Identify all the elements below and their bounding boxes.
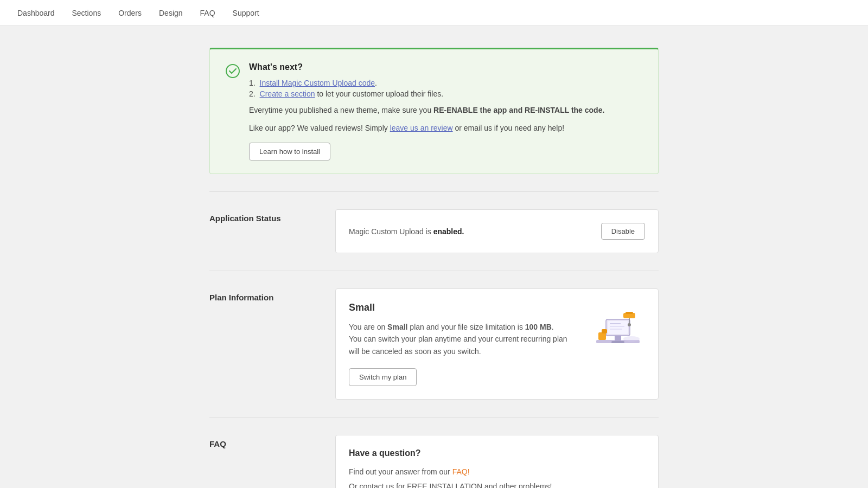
step-2-suffix: to let your customer upload their files. [315,89,444,98]
plan-illustration [591,302,645,351]
nav-support[interactable]: Support [233,9,259,17]
review-text: Like our app? We valued reviews! Simply … [249,123,604,134]
review-link[interactable]: leave us an review [390,124,453,132]
learn-how-button[interactable]: Learn how to install [249,143,330,160]
important-text: Everytime you published a new theme, mak… [249,105,604,116]
plan-name: Small [349,302,577,313]
plan-information-label: Plan Information [209,288,318,302]
page-container: What's next? 1. Install Magic Custom Upl… [201,48,667,488]
status-text: Magic Custom Upload is enabled. [349,227,464,236]
nav-faq[interactable]: FAQ [200,9,215,17]
step-2: 2. Create a section to let your customer… [249,89,604,98]
whats-next-title: What's next? [249,62,604,72]
step-1-number: 1. [249,79,256,87]
svg-rect-14 [602,329,607,333]
plan-description: You are on Small plan and your file size… [349,321,577,357]
svg-point-12 [628,323,631,326]
install-code-link[interactable]: Install Magic Custom Upload code [260,79,375,87]
status-value: enabled. [433,227,464,236]
plan-information-card: Small You are on Small plan and your fil… [335,288,659,400]
whats-next-steps: 1. Install Magic Custom Upload code. 2. … [249,79,604,98]
plan-content: Small You are on Small plan and your fil… [349,302,577,386]
disable-button[interactable]: Disable [601,223,645,240]
plan-card-inner: Small You are on Small plan and your fil… [349,302,645,386]
svg-rect-13 [598,332,606,340]
faq-row: FAQ Have a question? Find out your answe… [209,417,659,488]
whats-next-card: What's next? 1. Install Magic Custom Upl… [209,48,659,174]
step-2-number: 2. [249,89,256,98]
step-1: 1. Install Magic Custom Upload code. [249,79,604,87]
application-status-row: Application Status Magic Custom Upload i… [209,191,659,271]
faq-line1: Find out your answer from our FAQ! [349,466,645,478]
svg-rect-3 [611,341,624,343]
check-circle-icon [225,63,240,160]
application-status-label: Application Status [209,209,318,223]
svg-point-0 [226,65,239,78]
nav-design[interactable]: Design [159,9,183,17]
svg-rect-10 [626,312,633,314]
svg-rect-5 [608,321,628,334]
svg-point-15 [623,336,640,342]
create-section-link[interactable]: Create a section [260,89,315,98]
plan-information-row: Plan Information Small You are on Small … [209,271,659,417]
faq-line2: Or contact us for FREE INSTALLATION and … [349,480,645,488]
main-nav: Dashboard Sections Orders Design FAQ Sup… [0,0,868,26]
nav-dashboard[interactable]: Dashboard [17,9,55,17]
switch-plan-button[interactable]: Switch my plan [349,368,417,386]
nav-sections[interactable]: Sections [72,9,101,17]
status-card-inner: Magic Custom Upload is enabled. Disable [349,223,645,240]
whats-next-content: What's next? 1. Install Magic Custom Upl… [249,62,604,160]
faq-title: Have a question? [349,448,645,458]
faq-card: Have a question? Find out your answer fr… [335,435,659,488]
faq-link[interactable]: FAQ! [452,467,470,476]
faq-label: FAQ [209,435,318,448]
application-status-card: Magic Custom Upload is enabled. Disable [335,209,659,253]
nav-orders[interactable]: Orders [118,9,142,17]
